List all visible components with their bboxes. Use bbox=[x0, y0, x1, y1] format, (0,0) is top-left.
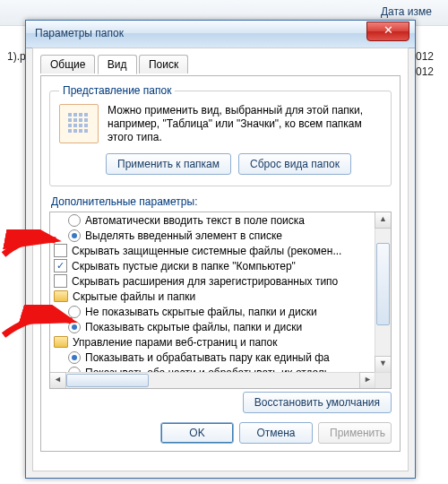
cancel-button[interactable]: Отмена bbox=[239, 422, 313, 444]
checkbox-icon[interactable] bbox=[54, 244, 67, 257]
checkbox-icon[interactable] bbox=[54, 274, 67, 288]
tab-search[interactable]: Поиск bbox=[139, 55, 188, 73]
radio-icon[interactable] bbox=[68, 306, 81, 318]
restore-defaults-button[interactable]: Восстановить умолчания bbox=[243, 392, 392, 413]
close-button[interactable]: ✕ bbox=[366, 22, 409, 41]
option-row[interactable]: ✓Скрывать пустые диски в папке "Компьюте… bbox=[50, 258, 375, 273]
apply-to-folders-button[interactable]: Применить к папкам bbox=[106, 153, 231, 175]
option-row[interactable]: Показывать скрытые файлы, папки и диски bbox=[50, 319, 375, 334]
dialog-title: Параметры папок bbox=[35, 27, 124, 39]
option-label: Выделять введенный элемент в списке bbox=[85, 229, 282, 242]
vertical-scroll-thumb[interactable] bbox=[376, 243, 390, 325]
option-label: Скрывать защищенные системные файлы (рек… bbox=[72, 245, 341, 257]
apply-button[interactable]: Применить bbox=[318, 422, 392, 444]
scroll-down-button[interactable]: ▼ bbox=[375, 356, 392, 373]
option-row[interactable]: Скрытые файлы и папки bbox=[50, 289, 375, 304]
option-label: Скрывать расширения для зарегистрированн… bbox=[72, 275, 338, 288]
option-row[interactable]: Выделять введенный элемент в списке bbox=[50, 228, 375, 243]
scrollbar-corner bbox=[375, 372, 392, 389]
option-row[interactable]: Управление парами веб-страниц и папок bbox=[50, 334, 375, 350]
reset-folders-button[interactable]: Сброс вида папок bbox=[238, 153, 351, 175]
option-label: Показывать и обрабатывать пару как едины… bbox=[85, 351, 330, 364]
vertical-scrollbar[interactable]: ▲ ▼ bbox=[375, 212, 391, 373]
radio-icon[interactable] bbox=[68, 214, 81, 227]
advanced-settings-list[interactable]: Автоматически вводить текст в поле поиск… bbox=[49, 212, 392, 389]
folder-icon bbox=[54, 336, 68, 348]
titlebar[interactable]: Параметры папок ✕ bbox=[26, 21, 415, 48]
option-label: Скрытые файлы и папки bbox=[73, 290, 195, 303]
radio-icon[interactable] bbox=[68, 229, 81, 242]
horizontal-scrollbar[interactable]: ◄ ► bbox=[50, 372, 391, 388]
scroll-left-button[interactable]: ◄ bbox=[49, 372, 66, 389]
option-row[interactable]: Автоматически вводить текст в поле поиск… bbox=[50, 212, 375, 228]
option-label: Автоматически вводить текст в поле поиск… bbox=[85, 214, 305, 227]
tabstrip: Общие Вид Поиск bbox=[40, 54, 401, 75]
dialog-client-area: Общие Вид Поиск Представление папок Можн… bbox=[32, 48, 409, 471]
option-label: Скрывать пустые диски в папке "Компьютер… bbox=[72, 260, 296, 272]
folder-options-dialog: Параметры папок ✕ Общие Вид Поиск Предст… bbox=[25, 20, 416, 479]
tab-general[interactable]: Общие bbox=[40, 55, 95, 73]
option-label: Не показывать скрытые файлы, папки и дис… bbox=[85, 306, 317, 318]
tab-view-panel: Представление папок Можно применить вид,… bbox=[40, 75, 401, 452]
checkbox-icon[interactable]: ✓ bbox=[54, 259, 67, 272]
horizontal-scroll-thumb[interactable] bbox=[66, 374, 149, 387]
option-label: Показывать скрытые файлы, папки и диски bbox=[85, 321, 302, 333]
scroll-up-button[interactable]: ▲ bbox=[375, 212, 392, 229]
option-row[interactable]: Скрывать защищенные системные файлы (рек… bbox=[50, 243, 375, 258]
option-row[interactable]: Показывать и обрабатывать пару как едины… bbox=[50, 350, 375, 365]
folder-views-icon bbox=[59, 104, 99, 143]
tab-view[interactable]: Вид bbox=[98, 55, 137, 74]
column-header-date: Дата изме bbox=[381, 5, 432, 18]
folder-views-text: Можно применить вид, выбранный для этой … bbox=[108, 104, 382, 144]
close-icon: ✕ bbox=[383, 23, 393, 37]
folder-icon bbox=[54, 290, 68, 302]
option-row[interactable]: Скрывать расширения для зарегистрированн… bbox=[50, 273, 375, 289]
advanced-settings-label: Дополнительные параметры: bbox=[51, 195, 392, 208]
folder-views-group: Представление папок Можно применить вид,… bbox=[49, 84, 392, 186]
folder-views-legend: Представление папок bbox=[59, 84, 175, 97]
option-row[interactable]: Не показывать скрытые файлы, папки и дис… bbox=[50, 304, 375, 319]
radio-icon[interactable] bbox=[68, 351, 81, 364]
option-label: Управление парами веб-страниц и папок bbox=[73, 336, 278, 349]
radio-icon[interactable] bbox=[68, 321, 81, 333]
ok-button[interactable]: OK bbox=[160, 422, 234, 444]
